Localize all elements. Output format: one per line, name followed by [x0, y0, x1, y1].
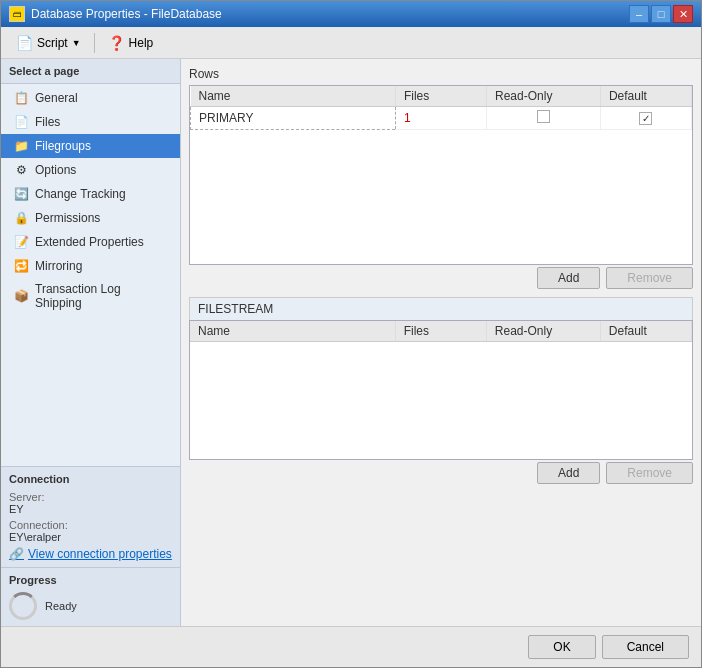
row-files: 1	[395, 107, 486, 130]
filestream-remove-button[interactable]: Remove	[606, 462, 693, 484]
sidebar-item-files[interactable]: 📄 Files	[1, 110, 180, 134]
filestream-section-header: FILESTREAM	[189, 297, 693, 320]
server-value: EY	[9, 503, 172, 515]
filestream-section: FILESTREAM Name Files Read-Only Default	[189, 297, 693, 618]
col-name: Name	[191, 86, 396, 107]
script-label: Script	[37, 36, 68, 50]
view-connection-properties-link[interactable]: 🔗 View connection properties	[9, 547, 172, 561]
filestream-table-container: Name Files Read-Only Default	[189, 320, 693, 460]
filegroups-icon: 📁	[13, 138, 29, 154]
sidebar-label-files: Files	[35, 115, 60, 129]
sidebar-item-extended-properties[interactable]: 📝 Extended Properties	[1, 230, 180, 254]
readonly-checkbox[interactable]	[537, 110, 550, 123]
rows-add-button[interactable]: Add	[537, 267, 600, 289]
mirroring-icon: 🔁	[13, 258, 29, 274]
filestream-btn-row: Add Remove	[189, 462, 693, 484]
progress-content: Ready	[9, 592, 172, 620]
sidebar-label-general: General	[35, 91, 78, 105]
server-label: Server:	[9, 491, 172, 503]
progress-spinner	[9, 592, 37, 620]
sidebar-label-extended-properties: Extended Properties	[35, 235, 144, 249]
default-checkbox[interactable]	[639, 112, 652, 125]
window-title: Database Properties - FileDatabase	[31, 7, 222, 21]
col-readonly: Read-Only	[487, 86, 601, 107]
sidebar-item-permissions[interactable]: 🔒 Permissions	[1, 206, 180, 230]
link-icon: 🔗	[9, 547, 24, 561]
sidebar-item-change-tracking[interactable]: 🔄 Change Tracking	[1, 182, 180, 206]
title-bar: 🗃 Database Properties - FileDatabase – □…	[1, 1, 701, 27]
transaction-log-icon: 📦	[13, 288, 29, 304]
sidebar-label-change-tracking: Change Tracking	[35, 187, 126, 201]
col-default: Default	[600, 86, 691, 107]
progress-section: Progress Ready	[1, 567, 180, 626]
maximize-button[interactable]: □	[651, 5, 671, 23]
close-button[interactable]: ✕	[673, 5, 693, 23]
extended-properties-icon: 📝	[13, 234, 29, 250]
title-controls: – □ ✕	[629, 5, 693, 23]
rows-table-container: Name Files Read-Only Default PRIMARY 1	[189, 85, 693, 265]
sidebar-label-filegroups: Filegroups	[35, 139, 91, 153]
general-icon: 📋	[13, 90, 29, 106]
script-icon: 📄	[16, 35, 33, 51]
rows-table-header-row: Name Files Read-Only Default	[191, 86, 692, 107]
row-readonly	[487, 107, 601, 130]
connection-value: EY\eralper	[9, 531, 172, 543]
options-icon: ⚙	[13, 162, 29, 178]
sidebar-label-mirroring: Mirroring	[35, 259, 82, 273]
sidebar-label-permissions: Permissions	[35, 211, 100, 225]
main-window: 🗃 Database Properties - FileDatabase – □…	[0, 0, 702, 668]
main-content: Select a page 📋 General 📄 Files 📁 Filegr…	[1, 59, 701, 626]
row-name: PRIMARY	[191, 107, 396, 130]
rows-section: Rows Name Files Read-Only Default	[189, 67, 693, 289]
connection-section: Connection Server: EY Connection: EY\era…	[1, 466, 180, 567]
change-tracking-icon: 🔄	[13, 186, 29, 202]
cancel-button[interactable]: Cancel	[602, 635, 689, 659]
rows-section-label: Rows	[189, 67, 693, 81]
connection-label: Connection:	[9, 519, 172, 531]
help-button[interactable]: ❓ Help	[101, 32, 161, 54]
link-text: View connection properties	[28, 547, 172, 561]
right-panel: Rows Name Files Read-Only Default	[181, 59, 701, 626]
sidebar-items: 📋 General 📄 Files 📁 Filegroups ⚙ Options…	[1, 84, 180, 466]
permissions-icon: 🔒	[13, 210, 29, 226]
sidebar: Select a page 📋 General 📄 Files 📁 Filegr…	[1, 59, 181, 626]
sidebar-label-transaction-log: Transaction Log Shipping	[35, 282, 168, 310]
help-label: Help	[129, 36, 154, 50]
filestream-table-header-row: Name Files Read-Only Default	[190, 321, 692, 342]
script-dropdown-icon: ▼	[72, 38, 81, 48]
ok-button[interactable]: OK	[528, 635, 595, 659]
fs-col-files: Files	[395, 321, 486, 342]
sidebar-item-mirroring[interactable]: 🔁 Mirroring	[1, 254, 180, 278]
sidebar-item-general[interactable]: 📋 General	[1, 86, 180, 110]
rows-table: Name Files Read-Only Default PRIMARY 1	[190, 86, 692, 130]
toolbar: 📄 Script ▼ ❓ Help	[1, 27, 701, 59]
sidebar-item-filegroups[interactable]: 📁 Filegroups	[1, 134, 180, 158]
table-row[interactable]: PRIMARY 1	[191, 107, 692, 130]
progress-header: Progress	[9, 574, 172, 586]
fs-col-name: Name	[190, 321, 395, 342]
filestream-add-button[interactable]: Add	[537, 462, 600, 484]
fs-col-default: Default	[600, 321, 691, 342]
progress-status: Ready	[45, 600, 77, 612]
title-bar-left: 🗃 Database Properties - FileDatabase	[9, 6, 222, 22]
script-button[interactable]: 📄 Script ▼	[9, 32, 88, 54]
row-default	[600, 107, 691, 130]
minimize-button[interactable]: –	[629, 5, 649, 23]
rows-remove-button[interactable]: Remove	[606, 267, 693, 289]
toolbar-separator	[94, 33, 95, 53]
sidebar-item-transaction-log[interactable]: 📦 Transaction Log Shipping	[1, 278, 180, 314]
filestream-table: Name Files Read-Only Default	[190, 321, 692, 342]
rows-btn-row: Add Remove	[189, 267, 693, 289]
sidebar-label-options: Options	[35, 163, 76, 177]
help-icon: ❓	[108, 35, 125, 51]
window-icon: 🗃	[9, 6, 25, 22]
sidebar-header: Select a page	[1, 59, 180, 84]
sidebar-item-options[interactable]: ⚙ Options	[1, 158, 180, 182]
footer-bar: OK Cancel	[1, 626, 701, 667]
connection-header: Connection	[9, 473, 172, 485]
files-icon: 📄	[13, 114, 29, 130]
col-files: Files	[395, 86, 486, 107]
fs-col-readonly: Read-Only	[486, 321, 600, 342]
